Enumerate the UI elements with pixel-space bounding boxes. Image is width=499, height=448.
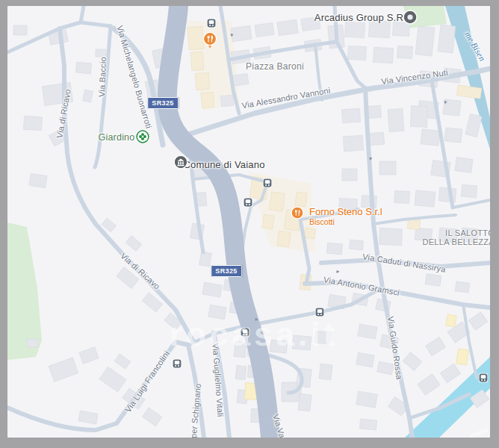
site-watermark: rocasa.it	[170, 316, 338, 353]
bus-stop-icon[interactable]	[479, 373, 489, 383]
area-label-piazza-baroni: Piazza Baroni	[246, 61, 304, 72]
bus-stop-icon[interactable]	[173, 359, 182, 369]
map-frame: ▲ ▲ ▲ ▲ ▲ ▲ Via Michelangelo Buonarroti …	[0, 0, 499, 448]
comune-town-hall-icon[interactable]	[173, 155, 188, 169]
route-shield-sr325-north: SR325	[147, 97, 179, 109]
poi-name-line2: DELLA BELLEZZA	[420, 237, 490, 246]
poi-name-line1: IL SALOTTO	[420, 228, 490, 237]
street-label-via-baccio: Via Baccio	[97, 57, 108, 97]
arcadius-place-dot-icon[interactable]	[403, 10, 418, 25]
poi-label-comune-di-vaiano[interactable]: Comune di Vaiano	[183, 159, 264, 170]
poi-label-giardino[interactable]: Giardino	[99, 132, 135, 143]
poi-label-salotto-bellezza[interactable]: IL SALOTTO DELLA BELLEZZA	[420, 228, 490, 246]
poi-name-forno-steno[interactable]: Forno Steno S.r.l	[309, 206, 382, 217]
oneway-arrow-icon: ▲	[335, 269, 341, 275]
oneway-arrow-icon: ▲	[229, 33, 235, 39]
poi-label-forno-steno[interactable]: Forno Steno S.r.l Biscotti	[309, 206, 382, 226]
forno-steno-pin-icon[interactable]	[291, 206, 304, 220]
bus-stop-icon[interactable]	[263, 178, 273, 188]
bus-stop-icon[interactable]	[244, 198, 253, 208]
poi-label-arcadius-group[interactable]: Arcadius Group S.R.L	[314, 12, 412, 23]
poi-category-forno-steno: Biscotti	[309, 217, 382, 226]
route-shield-sr325-south: SR325	[211, 265, 242, 277]
oneway-arrow-icon: ▲	[442, 100, 448, 106]
map-canvas[interactable]: ▲ ▲ ▲ ▲ ▲ ▲ Via Michelangelo Buonarroti …	[7, 6, 490, 438]
giardino-park-icon[interactable]	[136, 130, 149, 143]
bus-stop-icon[interactable]	[207, 19, 217, 28]
oneway-arrow-icon: ▲	[368, 157, 374, 162]
restaurant-pin-icon[interactable]	[202, 32, 217, 49]
